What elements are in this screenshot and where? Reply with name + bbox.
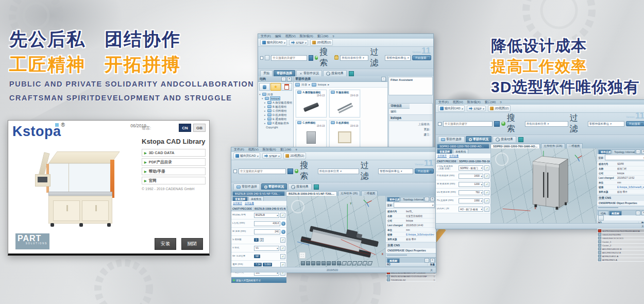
confirm-icon[interactable]: ✓	[484, 207, 489, 212]
viewport-tool-icon[interactable]	[346, 261, 352, 265]
add-search-icon[interactable]	[315, 56, 318, 60]
confirm-icon[interactable]: ✓	[280, 213, 285, 218]
component-row[interactable]: A2990214812-A2	[597, 255, 644, 258]
viewport-tool-icon[interactable]	[301, 261, 305, 265]
minimize-icon[interactable]: ▫	[281, 77, 286, 81]
filter-select[interactable]: 零部件级和单位	[588, 121, 625, 127]
component-row[interactable]: Caster_11	[597, 240, 644, 244]
collapse-all-link[interactable]: 全部折叠	[245, 202, 254, 205]
search-scope-select[interactable]: 所有目录和分类	[525, 121, 568, 127]
menu-help-manual[interactable]: ▶帮助/手册	[142, 167, 206, 175]
tab-topology-info[interactable]: Topology Information	[612, 149, 635, 154]
component-row[interactable]: 1600120076019901	[597, 233, 644, 237]
type-select[interactable]: SDPR2 - 标准门	[459, 165, 483, 171]
viewport-tool-icon[interactable]	[332, 261, 336, 265]
component-row[interactable]: A2990298Z2-A2	[597, 258, 644, 262]
minimize-icon[interactable]: ▫	[425, 258, 429, 263]
depth-input[interactable]: 760	[459, 190, 483, 195]
step-format-button[interactable]: STEP	[289, 40, 308, 45]
step-format-button[interactable]: STEP	[467, 106, 486, 111]
tree-node-root[interactable]: ▾目录	[259, 92, 292, 96]
viewport-tool-icon[interactable]	[357, 261, 362, 265]
tree-node[interactable]: ▸D.机床模组	[259, 113, 292, 117]
tree-node[interactable]: ▸E.通用模组	[259, 117, 292, 121]
favorites-button[interactable]: ★	[270, 83, 281, 91]
menu-edit[interactable]: 编辑	[275, 34, 281, 39]
menu-view[interactable]: 视图(V)	[248, 147, 259, 152]
doc-tab-code[interactable]: BSZ5LB-1009-240-S-V1-NF-T20L...	[232, 191, 285, 196]
details-tab[interactable]: 详细信息	[389, 104, 410, 109]
menu-help[interactable]: ?	[295, 148, 297, 151]
language-cn-button[interactable]: CN	[179, 124, 191, 132]
search-scope-select[interactable]: 所有目录和分类	[340, 55, 368, 61]
catalog-db-button[interactable]	[259, 83, 270, 91]
tab-extra-button[interactable]	[349, 71, 354, 76]
history-button[interactable]	[281, 83, 292, 91]
info-icon[interactable]: i	[281, 230, 285, 234]
model-select[interactable]: BSZ5LB	[254, 213, 279, 218]
fulltext-search-input[interactable]	[271, 55, 307, 61]
minimize-icon[interactable]: ▫	[381, 77, 386, 81]
breadcrumb-root[interactable]: 目录	[301, 83, 307, 87]
doc-tab-2dview[interactable]: 二维视图	[361, 191, 378, 196]
minimize-icon[interactable]: ▫	[636, 149, 640, 154]
tree-node[interactable]: ▸B.输送模组	[259, 105, 292, 109]
tab-topology-info[interactable]: Topology Information	[400, 197, 424, 201]
confirm-icon[interactable]: ✓	[280, 254, 285, 259]
menu-file[interactable]: 文件(F)	[261, 34, 271, 39]
confirm-icon[interactable]: ✓	[484, 182, 489, 187]
close-icon[interactable]: ✕	[287, 77, 292, 81]
tab-part-info[interactable]: 零件信息	[387, 197, 400, 201]
confirm-icon[interactable]: ✓	[484, 174, 489, 179]
export-to-cad-button[interactable]: 输出到CAD	[438, 105, 465, 112]
viewport-tool-icon[interactable]	[351, 261, 357, 265]
search-option-checkbox[interactable]	[260, 56, 263, 60]
prompt-bar[interactable]: 请输入所需的组装尺寸	[231, 277, 286, 283]
close-icon[interactable]: ✕	[430, 197, 435, 201]
search-go-button[interactable]	[309, 55, 313, 61]
menu-window[interactable]: 窗口(W)	[280, 147, 292, 152]
fulltext-search-input[interactable]	[443, 121, 493, 127]
filter-select[interactable]: 零部件级和单位	[378, 168, 413, 174]
viewport-tool-icon[interactable]	[327, 261, 331, 265]
confirm-icon[interactable]: ✓	[484, 165, 489, 171]
tab-extra-button[interactable]	[314, 184, 319, 190]
doc-tab-components[interactable]: 元件组件 (26)	[338, 191, 360, 196]
tab-start[interactable]: 开始	[260, 70, 273, 76]
menu-official-site[interactable]: ▶官网	[142, 177, 206, 184]
viewport-tool-icon[interactable]	[367, 261, 372, 265]
breadcrumb-catalog[interactable]: kstopa	[318, 83, 326, 86]
tab-table-lookup[interactable]: 表格查找	[453, 149, 468, 154]
part-tile[interactable]: B.输送模组 19-6-19	[329, 90, 360, 117]
part-link[interactable]: E:/kstopa_3c5d/meta/8_sdpr	[617, 186, 644, 189]
close-button[interactable]: 關閉	[181, 238, 203, 250]
view-2d-button[interactable]: 2D视图(2)	[283, 153, 306, 159]
search-go-button[interactable]	[494, 121, 500, 127]
doc-tab-components[interactable]: 元件组件 (226)	[541, 143, 565, 148]
menu-file[interactable]: 文件(F)	[438, 100, 449, 105]
slider-count-chip[interactable]: 1	[254, 238, 259, 242]
menu-pdf-catalog[interactable]: ▶PDF产品目录	[142, 158, 206, 166]
tree-node[interactable]: ▸F.通用标准件	[259, 121, 292, 125]
menu-help[interactable]: ?	[500, 101, 501, 104]
tree-node-kstopa[interactable]: ▾kstopa	[259, 96, 292, 100]
tab-part-selection[interactable]: 零部件选择	[438, 136, 465, 142]
install-button[interactable]: 安装	[155, 238, 176, 250]
tab-extra-button[interactable]	[518, 137, 523, 142]
search-go-button[interactable]	[287, 168, 293, 174]
doc-tab-active[interactable]: SDPR2-1600-1200-760-1990-AO...	[490, 144, 540, 148]
variant-select[interactable]: V1	[254, 246, 279, 251]
start-search-button[interactable]: 开始搜索	[412, 55, 431, 60]
component-row[interactable]: T20181240-S21	[386, 278, 436, 282]
expand-all-link[interactable]: 全部展开	[437, 155, 447, 157]
search-option-checkbox[interactable]	[233, 170, 237, 173]
tab-variable-select[interactable]: 变量选择	[232, 196, 248, 201]
3d-viewport[interactable]: X	[491, 148, 597, 223]
tab-part-status[interactable]: 零部件状况	[296, 70, 322, 76]
viewport-toolbar[interactable]	[301, 261, 372, 265]
confirm-icon[interactable]: ✓	[280, 262, 285, 267]
view-2d-button[interactable]: 2D视图(2)	[488, 105, 511, 112]
tree-node[interactable]: ▸C.供料模组	[259, 109, 292, 113]
tab-construction-tree[interactable]: 构造树	[387, 258, 400, 263]
total-height-input[interactable]: 1990	[459, 198, 483, 204]
